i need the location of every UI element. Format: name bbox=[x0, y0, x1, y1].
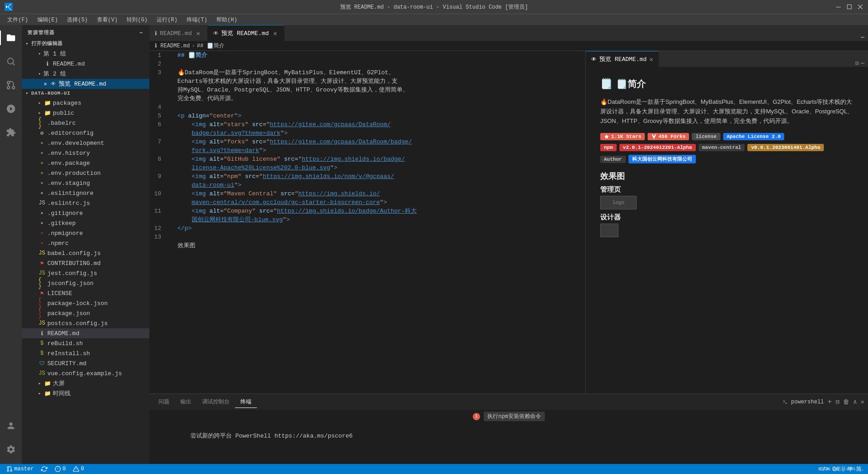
maximize-button[interactable] bbox=[846, 4, 853, 10]
terminal-trash-icon[interactable]: 🗑 bbox=[843, 398, 849, 406]
folder-bigscreen[interactable]: ▸ 📁 大屏 bbox=[22, 378, 149, 388]
terminal-split-icon[interactable]: ⊟ bbox=[836, 398, 839, 406]
file-package-json[interactable]: { } package.json bbox=[22, 308, 149, 318]
status-git-branch[interactable]: master bbox=[4, 464, 36, 474]
minimize-button[interactable] bbox=[835, 4, 842, 10]
file-editorconfig[interactable]: ⚙ .editorconfig bbox=[22, 128, 149, 138]
terminal-close-icon[interactable]: ✕ bbox=[861, 398, 864, 406]
svg-point-13 bbox=[7, 470, 9, 472]
svg-point-4 bbox=[8, 58, 14, 64]
section-data-room-ui[interactable]: ▾ DATA-ROOM-UI bbox=[22, 89, 149, 98]
badge-license-label: license bbox=[692, 133, 720, 140]
terminal-content[interactable]: 1 执行npm安装依赖命令 尝试新的跨平台 PowerShell https:/… bbox=[149, 410, 868, 464]
sidebar-new-file-icon[interactable]: ⋯ bbox=[138, 29, 144, 36]
terminal-tab-actions: powershell + ⊟ 🗑 ∧ ✕ bbox=[782, 398, 864, 406]
file-env-history[interactable]: ⚬ .env.history bbox=[22, 148, 149, 158]
tab-more-icon[interactable]: ⋯ bbox=[861, 34, 864, 41]
menu-run[interactable]: 运行(R) bbox=[153, 15, 181, 25]
tab-preview-close[interactable]: ✕ bbox=[271, 30, 279, 37]
close-button[interactable] bbox=[857, 4, 863, 10]
breadcrumb-file[interactable]: ℹ README.md bbox=[155, 42, 190, 49]
window-title: 预览 README.md - data-room-ui - Visual Stu… bbox=[340, 3, 528, 11]
activity-explorer-icon[interactable] bbox=[0, 27, 22, 49]
preview-tab-item[interactable]: 👁 预览 README.md ✕ bbox=[586, 51, 659, 67]
preview-heading: 🗒️ 🗒️简介 bbox=[600, 78, 853, 90]
tab-readme-close[interactable]: ✕ bbox=[194, 30, 202, 37]
menu-terminal[interactable]: 终端(T) bbox=[183, 15, 211, 25]
preview-more-icon[interactable]: ⋯ bbox=[861, 60, 864, 67]
activity-source-control-icon[interactable] bbox=[0, 74, 22, 96]
code-line-2: 2 bbox=[149, 60, 585, 68]
close-preview-icon[interactable]: ✕ bbox=[44, 81, 47, 87]
tab-debug-console[interactable]: 调试控制台 bbox=[197, 396, 235, 408]
svg-point-8 bbox=[7, 87, 10, 89]
file-env-staging[interactable]: ⚬ .env.staging bbox=[22, 178, 149, 188]
readme-icon: ℹ bbox=[38, 330, 46, 337]
folder-packages[interactable]: ▸ 📁 packages bbox=[22, 98, 149, 108]
status-sync-icon[interactable] bbox=[38, 464, 50, 474]
file-npmignore[interactable]: ⚬ .npmignore bbox=[22, 228, 149, 238]
tab-output[interactable]: 输出 bbox=[175, 396, 197, 408]
breadcrumb: ℹ README.md › ## 🗒️简介 bbox=[149, 41, 868, 51]
activity-extensions-icon[interactable] bbox=[0, 122, 22, 143]
file-gitkeep[interactable]: ⚬ .gitkeep bbox=[22, 218, 149, 228]
file-item-readme-group1[interactable]: ℹ README.md bbox=[22, 59, 149, 69]
menu-edit[interactable]: 编辑(E) bbox=[34, 15, 62, 25]
section-open-editors[interactable]: ▾ 打开的编辑器 bbox=[22, 38, 149, 49]
menu-view[interactable]: 查看(V) bbox=[93, 15, 122, 25]
tab-terminal[interactable]: 终端 bbox=[235, 396, 257, 408]
file-npmrc[interactable]: ⚬ .npmrc bbox=[22, 238, 149, 248]
file-readme-md[interactable]: ℹ README.md bbox=[22, 328, 149, 338]
file-reinstall[interactable]: $ reInstall.sh bbox=[22, 348, 149, 358]
activity-account-icon[interactable] bbox=[0, 415, 22, 437]
terminal-tooltip-area: 1 执行npm安装依赖命令 bbox=[473, 412, 545, 421]
activity-settings-icon[interactable] bbox=[0, 438, 22, 460]
file-eslintignore[interactable]: ⚬ .eslintignore bbox=[22, 188, 149, 198]
editor-panels: 1 ## 🗒️简介 2 3 🔥DataRoom是一款基于SpringBoot、M… bbox=[149, 51, 868, 393]
file-babelrc[interactable]: { } .babelrc bbox=[22, 118, 149, 128]
file-babel-config[interactable]: JS babel.config.js bbox=[22, 248, 149, 258]
tab-readme-icon: ℹ bbox=[155, 30, 157, 37]
menu-goto[interactable]: 转到(G) bbox=[123, 15, 151, 25]
activity-search-icon[interactable] bbox=[0, 51, 22, 72]
badge-author-label: Author bbox=[600, 156, 626, 163]
activity-debug-icon[interactable] bbox=[0, 98, 22, 120]
file-postcss[interactable]: JS postcss.config.js bbox=[22, 318, 149, 328]
eye-icon: 👁 bbox=[50, 80, 57, 87]
file-env-prod[interactable]: ⚬ .env.production bbox=[22, 168, 149, 178]
file-rebuild[interactable]: $ reBuild.sh bbox=[22, 338, 149, 348]
code-line-9a: 9 <img alt="npm" src="https://img.shield… bbox=[149, 172, 585, 181]
code-line-7a: 7 <img alt="forks" src="https://gitee.co… bbox=[149, 138, 585, 146]
badge-forks: 456 Forks bbox=[648, 133, 689, 140]
terminal-chevron-up-icon[interactable]: ∧ bbox=[853, 398, 857, 406]
file-env-package[interactable]: ⚬ .env.package bbox=[22, 158, 149, 168]
file-contributing[interactable]: ⚑ CONTRIBUTING.md bbox=[22, 258, 149, 268]
file-security[interactable]: 🛡 SECURITY.md bbox=[22, 358, 149, 368]
folder-timeline[interactable]: ▸ 📁 时间线 bbox=[22, 388, 149, 398]
menu-file[interactable]: 文件(F) bbox=[4, 15, 32, 25]
breadcrumb-section[interactable]: ## 🗒️简介 bbox=[197, 42, 225, 50]
tab-problems[interactable]: 问题 bbox=[153, 396, 175, 408]
file-eslintrc[interactable]: JS .eslintrc.js bbox=[22, 198, 149, 208]
tab-preview-readme[interactable]: 👁 预览 README.md ✕ bbox=[208, 25, 285, 41]
menu-select[interactable]: 选择(S) bbox=[63, 15, 92, 25]
preview-close-icon[interactable]: ✕ bbox=[649, 56, 653, 63]
terminal-line-2 bbox=[155, 450, 863, 459]
env-staging-icon: ⚬ bbox=[38, 179, 46, 187]
file-item-preview-readme[interactable]: ✕ 👁 预览 README.md bbox=[22, 79, 149, 89]
code-content[interactable]: 1 ## 🗒️简介 2 3 🔥DataRoom是一款基于SpringBoot、M… bbox=[149, 51, 585, 393]
menu-help[interactable]: 帮助(H) bbox=[213, 15, 241, 25]
status-warnings[interactable]: 0 bbox=[70, 464, 87, 474]
file-env-dev[interactable]: ⚬ .env.development bbox=[22, 138, 149, 148]
config-icon: ⚙ bbox=[38, 129, 46, 137]
status-errors[interactable]: 0 bbox=[52, 464, 68, 474]
tab-readme-md[interactable]: ℹ README.md ✕ bbox=[149, 25, 208, 41]
file-jsconfig[interactable]: { } jsconfig.json bbox=[22, 278, 149, 288]
svg-line-5 bbox=[13, 63, 15, 65]
file-gitignore[interactable]: ⚬ .gitignore bbox=[22, 208, 149, 218]
preview-split-icon[interactable]: ⊡ bbox=[855, 60, 859, 67]
sidebar-header: 资源管理器 ⋯ bbox=[22, 25, 149, 38]
terminal-add-icon[interactable]: + bbox=[827, 398, 832, 406]
code-line-1: 1 ## 🗒️简介 bbox=[149, 51, 585, 60]
file-vue-config[interactable]: JS vue.config.example.js bbox=[22, 368, 149, 378]
